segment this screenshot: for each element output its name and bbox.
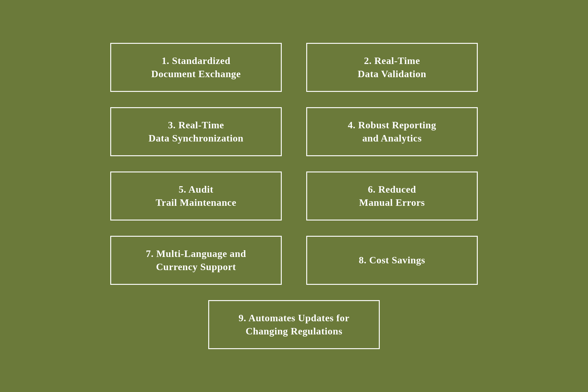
card-5-label: 5. AuditTrail Maintenance [156, 183, 236, 209]
card-4: 4. Robust Reportingand Analytics [306, 107, 478, 156]
row-1: 1. StandardizedDocument Exchange 2. Real… [49, 43, 539, 92]
row-4: 7. Multi-Language andCurrency Support 8.… [49, 236, 539, 285]
card-2-label: 2. Real-TimeData Validation [358, 54, 426, 81]
card-5: 5. AuditTrail Maintenance [110, 172, 282, 221]
card-8-label: 8. Cost Savings [359, 254, 425, 267]
card-3: 3. Real-TimeData Synchronization [110, 107, 282, 156]
row-5: 9. Automates Updates forChanging Regulat… [49, 300, 539, 349]
main-container: 1. StandardizedDocument Exchange 2. Real… [49, 43, 539, 349]
card-6: 6. ReducedManual Errors [306, 172, 478, 221]
card-7-label: 7. Multi-Language andCurrency Support [146, 247, 246, 273]
row-2: 3. Real-TimeData Synchronization 4. Robu… [49, 107, 539, 156]
card-4-label: 4. Robust Reportingand Analytics [348, 119, 436, 145]
card-6-label: 6. ReducedManual Errors [359, 183, 425, 209]
card-3-label: 3. Real-TimeData Synchronization [149, 119, 243, 145]
card-8: 8. Cost Savings [306, 236, 478, 285]
card-9-label: 9. Automates Updates forChanging Regulat… [239, 311, 349, 338]
card-2: 2. Real-TimeData Validation [306, 43, 478, 92]
card-7: 7. Multi-Language andCurrency Support [110, 236, 282, 285]
card-1: 1. StandardizedDocument Exchange [110, 43, 282, 92]
row-3: 5. AuditTrail Maintenance 6. ReducedManu… [49, 172, 539, 221]
card-1-label: 1. StandardizedDocument Exchange [151, 54, 241, 81]
card-9: 9. Automates Updates forChanging Regulat… [208, 300, 380, 349]
